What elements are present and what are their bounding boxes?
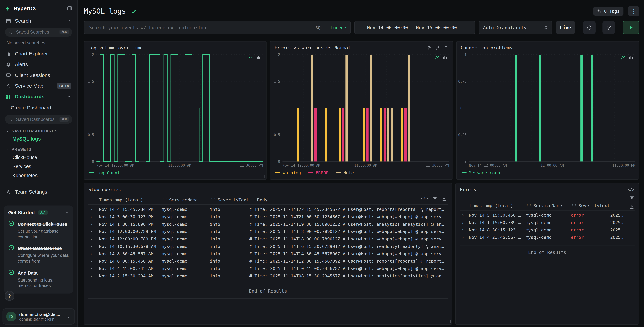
- column-settings-icon[interactable]: [629, 195, 634, 200]
- line-chart-toggle-icon[interactable]: [248, 55, 254, 60]
- table-row[interactable]: ›Nov 14 4:15:45.234 PMmysql-demoinfo# Ti…: [88, 206, 448, 213]
- expand-row-icon[interactable]: ›: [88, 207, 99, 212]
- column-grip-icon[interactable]: ⋮⋮: [249, 198, 256, 202]
- view-sql-code-icon[interactable]: </>: [421, 196, 428, 202]
- table-row[interactable]: ›Nov 14 12:00:00.789 PMmysql-demoinfo# T…: [88, 228, 448, 235]
- section-saved-dashboards[interactable]: SAVED DASHBOARDS: [0, 125, 77, 134]
- saved-searches-box[interactable]: ⌘K: [5, 28, 72, 37]
- legend-item[interactable]: ERROR: [308, 170, 329, 175]
- legend-item[interactable]: Message count: [462, 170, 503, 175]
- table-row[interactable]: ›Nov 14 2:15:30.234 AMmysql-demoinfo# Ti…: [88, 272, 448, 279]
- get-started-item[interactable]: Create Data Sources Configure where your…: [8, 244, 69, 264]
- sidebar-item-search[interactable]: Search: [0, 16, 77, 26]
- column-grip-icon[interactable]: ⋮⋮: [571, 203, 577, 207]
- expand-row-icon[interactable]: ›: [88, 244, 99, 249]
- resize-handle[interactable]: [634, 320, 637, 323]
- expand-row-icon[interactable]: ›: [88, 221, 99, 226]
- mode-lucene-toggle[interactable]: Lucene: [330, 25, 346, 30]
- duplicate-chart-icon[interactable]: [427, 46, 432, 50]
- expand-row-icon[interactable]: ›: [460, 212, 469, 217]
- view-sql-code-icon[interactable]: </>: [628, 187, 634, 192]
- sidebar-item-dashboards[interactable]: Dashboards: [0, 91, 77, 102]
- run-query-button[interactable]: [622, 21, 639, 34]
- expand-row-icon[interactable]: ›: [460, 235, 469, 240]
- resize-handle[interactable]: [262, 175, 265, 178]
- edit-chart-pencil-icon[interactable]: [435, 46, 440, 50]
- granularity-select[interactable]: Auto Granularity: [479, 21, 552, 34]
- expand-row-icon[interactable]: ›: [88, 229, 99, 234]
- tags-button[interactable]: 0 Tags: [594, 7, 624, 16]
- col-severitytext[interactable]: ⋮⋮SeverityText: [210, 197, 249, 202]
- chevron-up-icon[interactable]: [67, 94, 72, 99]
- dashboard-kebab-menu[interactable]: ⋮: [628, 6, 639, 16]
- resize-handle[interactable]: [448, 175, 451, 178]
- get-started-item[interactable]: Connect to ClickHouse Set up your databa…: [8, 220, 69, 240]
- legend-item[interactable]: Note: [336, 170, 354, 175]
- col-timestamp[interactable]: Timestamp (Local): [99, 197, 162, 202]
- line-chart-toggle-icon[interactable]: [620, 55, 626, 60]
- refresh-button[interactable]: [583, 21, 596, 34]
- saved-dashboards-input[interactable]: [15, 116, 57, 122]
- bar-chart-toggle-icon[interactable]: [442, 55, 448, 60]
- date-range-picker[interactable]: Nov 14 00:00:00 - Nov 15 00:00:00: [354, 21, 475, 34]
- download-icon[interactable]: [442, 196, 447, 202]
- get-started-header[interactable]: Get Started 3/3: [8, 210, 69, 215]
- delete-chart-trash-icon[interactable]: [444, 46, 448, 50]
- column-grip-icon[interactable]: ⋮⋮: [610, 203, 616, 207]
- sidebar-item-team-settings[interactable]: Team Settings: [0, 187, 77, 197]
- expand-row-icon[interactable]: ›: [88, 273, 99, 278]
- expand-row-icon[interactable]: ›: [88, 266, 99, 271]
- expand-row-icon[interactable]: ›: [460, 227, 469, 232]
- edit-title-pencil-icon[interactable]: [132, 9, 137, 14]
- mode-sql-toggle[interactable]: SQL: [315, 25, 323, 30]
- get-started-item[interactable]: Add Data Start sending logs, metrics, or…: [8, 269, 69, 288]
- table-row[interactable]: ›Nov 14 4:23:45.567 AMmysql-demoerror202…: [460, 233, 634, 241]
- expand-row-icon[interactable]: ›: [88, 236, 99, 241]
- sidebar-preset-kubernetes[interactable]: Kubernetes: [0, 171, 77, 180]
- bar-chart-toggle-icon[interactable]: [256, 55, 261, 60]
- download-icon[interactable]: [629, 204, 634, 210]
- col-servicename[interactable]: ⋮⋮ServiceName: [161, 197, 210, 202]
- table-row[interactable]: ›Nov 14 3:00:30.123 PMmysql-demoinfo# Ti…: [88, 213, 448, 220]
- filter-button[interactable]: [602, 21, 615, 34]
- table-row[interactable]: ›Nov 14 1:30:15.890 PMmysql-demoinfo# Ti…: [88, 220, 448, 228]
- table-row[interactable]: ›Nov 14 8:30:15.123 AMmysql-demoerror202…: [460, 226, 634, 233]
- bar-chart-toggle-icon[interactable]: [628, 55, 634, 60]
- col-timestamp[interactable]: Timestamp (Local): [469, 203, 526, 208]
- expand-row-icon[interactable]: ›: [460, 220, 469, 225]
- table-row[interactable]: ›Nov 14 1:15:00.789 PMmysql-demoerror202…: [460, 219, 634, 226]
- col-severitytext[interactable]: ⋮⋮SeverityText: [571, 203, 610, 208]
- sidebar-dashboard-mysql-logs[interactable]: MySQL logs: [0, 134, 77, 143]
- user-menu[interactable]: D dominic.tran@clic... dominic.tran@clic…: [2, 308, 75, 325]
- column-grip-icon[interactable]: ⋮⋮: [526, 203, 532, 207]
- sidebar-item-service-map[interactable]: Service Map BETA: [0, 81, 77, 91]
- log-volume-chart[interactable]: 00.511.52Nov 14 12:00:00 AM11:00:00 AM11…: [84, 51, 266, 168]
- section-presets[interactable]: PRESETS: [0, 143, 77, 153]
- column-grip-icon[interactable]: ⋮⋮: [210, 198, 216, 202]
- legend-item[interactable]: Warning: [275, 170, 301, 175]
- table-row[interactable]: ›Nov 14 6:00:15.456 AMmysql-demoinfo# Ti…: [88, 257, 448, 265]
- expand-row-icon[interactable]: ›: [88, 258, 99, 263]
- table-row[interactable]: ›Nov 14 4:45:00.345 AMmysql-demoinfo# Ti…: [88, 265, 448, 272]
- saved-dashboards-box[interactable]: ⌘K: [5, 115, 72, 124]
- errors-warnings-chart[interactable]: 00.511.52Nov 14 12:00:00 AM11:00:00 AM11…: [270, 51, 452, 168]
- line-chart-toggle-icon[interactable]: [434, 55, 440, 60]
- sidebar-item-client-sessions[interactable]: Client Sessions: [0, 70, 77, 81]
- collapse-sidebar-icon[interactable]: [67, 6, 72, 11]
- table-row[interactable]: ›Nov 14 8:30:45.567 AMmysql-demoinfo# Ti…: [88, 250, 448, 257]
- sidebar-preset-services[interactable]: Services: [0, 162, 77, 171]
- chevron-up-icon[interactable]: [67, 19, 72, 23]
- column-settings-icon[interactable]: [432, 196, 438, 202]
- help-button[interactable]: ?: [4, 291, 14, 301]
- resize-handle[interactable]: [634, 175, 637, 178]
- expand-row-icon[interactable]: ›: [88, 214, 99, 219]
- col-servicename[interactable]: ⋮⋮ServiceName: [526, 203, 571, 208]
- saved-searches-input[interactable]: [15, 29, 57, 35]
- table-row[interactable]: ›Nov 14 12:00:00.789 PMmysql-demoinfo# T…: [88, 235, 448, 243]
- sidebar-item-chart-explorer[interactable]: Chart Explorer: [0, 49, 77, 59]
- expand-row-icon[interactable]: ›: [88, 251, 99, 256]
- sidebar-preset-clickhouse[interactable]: ClickHouse: [0, 153, 77, 162]
- legend-item[interactable]: Log Count: [89, 170, 120, 175]
- chevron-up-icon[interactable]: [64, 210, 69, 215]
- resize-handle[interactable]: [447, 320, 450, 323]
